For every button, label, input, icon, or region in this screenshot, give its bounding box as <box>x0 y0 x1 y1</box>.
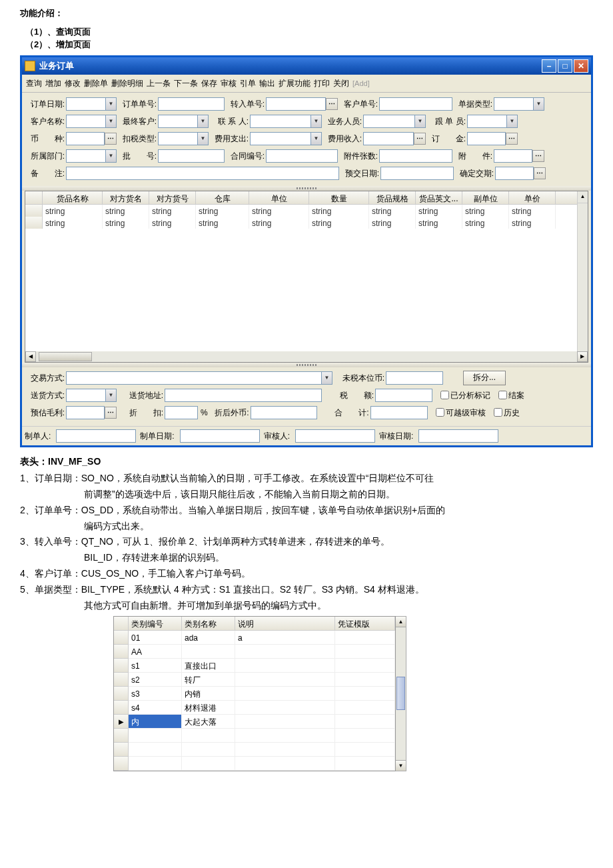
order-no-field[interactable] <box>158 97 225 111</box>
attach-count-field[interactable] <box>379 149 452 163</box>
subgrid-cell[interactable]: s4 <box>129 701 182 715</box>
grid-col-header[interactable]: 对方货名 <box>103 191 149 204</box>
grid-cell[interactable]: string <box>462 205 509 217</box>
confirm-delivery-field[interactable] <box>495 167 534 180</box>
subgrid-cell[interactable]: s3 <box>129 687 182 701</box>
subgrid-cell[interactable] <box>335 757 395 771</box>
subgrid-cell[interactable] <box>235 673 335 687</box>
scroll-thumb[interactable] <box>39 352 92 361</box>
subgrid-cell[interactable]: a <box>235 631 335 645</box>
transfer-no-field[interactable] <box>266 97 326 111</box>
table-row[interactable] <box>114 743 395 757</box>
subgrid-cell[interactable]: 材料退港 <box>182 701 235 715</box>
table-row[interactable]: AA <box>114 645 395 659</box>
analyzed-check[interactable]: 已分析标记 <box>440 389 490 401</box>
subgrid-cell[interactable] <box>129 757 182 771</box>
type-grid[interactable]: 类别编号类别名称说明凭证模版 01adaaAAs1直接出口s2转厂s3内销s4材… <box>113 616 396 771</box>
currency-field[interactable] <box>66 132 105 145</box>
toolbar-扩展功能[interactable]: 扩展功能 <box>279 79 310 88</box>
dropdown-icon[interactable]: ▼ <box>506 115 517 127</box>
subgrid-cell[interactable]: s2 <box>129 673 182 687</box>
confirm-delivery-lookup[interactable]: ⋯ <box>534 167 546 179</box>
split-button[interactable]: 拆分... <box>463 371 506 385</box>
grid-cell[interactable]: string <box>369 217 416 229</box>
subgrid-cell[interactable] <box>235 715 335 729</box>
grid-col-header[interactable]: 对方货号 <box>149 191 196 204</box>
transfer-no-lookup[interactable]: ⋯ <box>326 98 338 110</box>
tax-type-field[interactable]: ▼ <box>158 132 209 145</box>
dropdown-icon[interactable]: ▼ <box>414 115 425 127</box>
expense-in-lookup[interactable]: ⋯ <box>414 133 426 145</box>
scroll-up-icon[interactable]: ▲ <box>396 617 406 627</box>
subgrid-cell[interactable]: 直接出口 <box>182 659 235 673</box>
toolbar-下一条[interactable]: 下一条 <box>174 79 198 88</box>
dropdown-icon[interactable]: ▼ <box>105 389 116 401</box>
toolbar-保存[interactable]: 保存 <box>201 79 217 88</box>
items-grid[interactable]: 货品名称对方货名对方货号仓库单位数量货品规格货品英文...副单位单价 strin… <box>25 191 588 363</box>
contact-field[interactable]: ▼ <box>250 115 322 128</box>
order-date-field[interactable]: ▼ <box>66 97 117 111</box>
splitter-top[interactable] <box>22 186 591 191</box>
toolbar-打印[interactable]: 打印 <box>314 79 330 88</box>
subgrid-col-header[interactable]: 说明 <box>235 617 335 631</box>
subgrid-cell[interactable] <box>335 729 395 743</box>
contract-field[interactable] <box>266 149 338 163</box>
table-row[interactable]: ▶内大起大落 <box>114 715 395 729</box>
subgrid-cell[interactable] <box>235 659 335 673</box>
subgrid-cell[interactable] <box>335 715 395 729</box>
subgrid-cell[interactable] <box>235 701 335 715</box>
subgrid-cell[interactable] <box>129 743 182 757</box>
subgrid-col-header[interactable]: 类别名称 <box>182 617 235 631</box>
attach-lookup[interactable]: ⋯ <box>532 150 544 162</box>
gross-field[interactable] <box>66 406 105 419</box>
gross-lookup[interactable]: ⋯ <box>105 407 117 419</box>
expense-in-field[interactable] <box>363 132 414 145</box>
table-row[interactable]: s4材料退港 <box>114 701 395 715</box>
after-disc-field[interactable] <box>251 406 317 419</box>
grid-cell[interactable]: string <box>149 205 196 217</box>
dropdown-icon[interactable]: ▼ <box>105 115 116 127</box>
subgrid-cell[interactable] <box>335 701 395 715</box>
grid-cell[interactable]: string <box>309 217 369 229</box>
ship-mode-field[interactable]: ▼ <box>66 389 117 402</box>
grid-cell[interactable]: string <box>462 217 509 229</box>
grid-cell[interactable]: string <box>43 205 103 217</box>
subgrid-cell[interactable]: s1 <box>129 659 182 673</box>
table-row[interactable] <box>114 757 395 771</box>
minimize-button[interactable]: – <box>542 59 556 73</box>
tracker-field[interactable]: ▼ <box>467 115 518 128</box>
attach-field[interactable] <box>494 149 532 163</box>
toolbar-输出[interactable]: 输出 <box>259 79 275 88</box>
sales-field[interactable]: ▼ <box>363 115 426 128</box>
subgrid-cell[interactable]: 内 <box>129 715 182 729</box>
subgrid-cell[interactable] <box>235 729 335 743</box>
toolbar-增加[interactable]: 增加 <box>45 79 61 88</box>
subgrid-cell[interactable] <box>235 757 335 771</box>
cust-name-field[interactable]: ▼ <box>66 115 117 128</box>
grid-cell[interactable]: string <box>149 217 196 229</box>
subgrid-cell[interactable]: 01 <box>129 631 182 645</box>
subgrid-cell[interactable]: 大起大落 <box>182 715 235 729</box>
ship-addr-field[interactable] <box>165 389 322 402</box>
grid-col-header[interactable]: 副单位 <box>462 191 509 204</box>
subgrid-col-header[interactable]: 凭证模版 <box>335 617 395 631</box>
dropdown-icon[interactable]: ▼ <box>310 133 321 145</box>
dropdown-icon[interactable]: ▼ <box>197 133 208 145</box>
subgrid-cell[interactable] <box>129 729 182 743</box>
deposit-field[interactable] <box>467 132 506 145</box>
over-audit-check[interactable]: 可越级审核 <box>436 407 486 419</box>
subgrid-cell[interactable]: 内销 <box>182 687 235 701</box>
grid-cell[interactable]: string <box>249 205 309 217</box>
grid-col-header[interactable]: 数量 <box>309 191 369 204</box>
end-cust-field[interactable]: ▼ <box>158 115 209 128</box>
grid-cell[interactable]: string <box>196 217 249 229</box>
type-grid-scroll[interactable]: ▲ ▼ <box>396 616 406 771</box>
trade-mode-field[interactable]: ▼ <box>66 371 332 385</box>
grid-cell[interactable]: string <box>103 217 149 229</box>
grid-col-header[interactable]: 货品英文... <box>416 191 462 204</box>
tax-amount-field[interactable] <box>375 389 432 402</box>
toolbar-引单[interactable]: 引单 <box>240 79 256 88</box>
pre-delivery-field[interactable] <box>380 167 454 180</box>
dropdown-icon[interactable]: ▼ <box>105 150 116 162</box>
subgrid-cell[interactable] <box>335 673 395 687</box>
